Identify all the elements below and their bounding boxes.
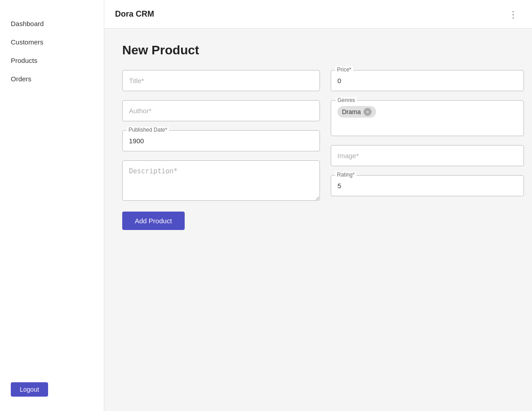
sidebar-logout-section: Logout (0, 375, 104, 404)
published-date-field-wrapper: Published Date* (122, 130, 320, 151)
sidebar-item-products[interactable]: Products (0, 51, 104, 70)
image-field-wrapper (331, 145, 524, 166)
app-header: Dora CRM ⋮ (104, 0, 532, 29)
product-form: Published Date* Add Product Price* (122, 70, 514, 230)
description-field-wrapper (122, 160, 320, 203)
form-right-column: Price* Genres Drama × Rating (331, 70, 524, 196)
sidebar-item-dashboard[interactable]: Dashboard (0, 14, 104, 33)
published-date-input[interactable] (122, 130, 320, 151)
sidebar-item-customers[interactable]: Customers (0, 33, 104, 51)
author-field-wrapper (122, 100, 320, 121)
main-content: Dora CRM ⋮ New Product Published Date* (104, 0, 532, 411)
sidebar-nav: Dashboard Customers Products Orders (0, 7, 104, 375)
sidebar-item-orders[interactable]: Orders (0, 70, 104, 88)
description-input[interactable] (122, 160, 320, 201)
submit-wrapper: Add Product (122, 212, 320, 230)
add-product-button[interactable]: Add Product (122, 212, 185, 230)
logout-button[interactable]: Logout (11, 382, 48, 397)
price-input[interactable] (331, 70, 524, 91)
genre-tag-label: Drama (342, 108, 361, 115)
rating-label: Rating* (335, 172, 356, 178)
price-label: Price* (335, 66, 353, 73)
rating-field-wrapper: Rating* (331, 175, 524, 196)
title-field-wrapper (122, 70, 320, 91)
header-menu-icon[interactable]: ⋮ (505, 7, 521, 22)
author-input[interactable] (122, 100, 320, 121)
genres-field-wrapper: Genres Drama × (331, 100, 524, 136)
genre-tag-drama: Drama × (337, 106, 376, 118)
genres-label: Genres (336, 97, 357, 103)
app-title: Dora CRM (115, 9, 154, 19)
price-field-wrapper: Price* (331, 70, 524, 91)
rating-input[interactable] (331, 175, 524, 196)
page-title: New Product (122, 43, 514, 57)
published-date-label: Published Date* (127, 127, 169, 133)
sidebar: Dashboard Customers Products Orders Logo… (0, 0, 104, 411)
genre-tag-remove-button[interactable]: × (364, 108, 372, 116)
title-input[interactable] (122, 70, 320, 91)
page-content: New Product Published Date* (104, 29, 532, 411)
form-left-column: Published Date* Add Product (122, 70, 320, 230)
image-input[interactable] (331, 145, 524, 166)
